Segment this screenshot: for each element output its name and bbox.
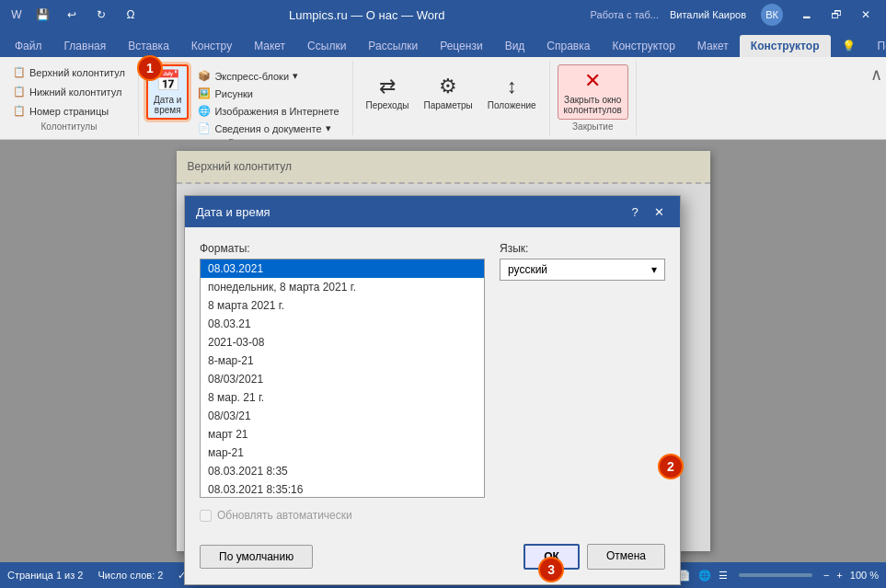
word-count: Число слов: 2 bbox=[98, 570, 163, 581]
insert-group-content: 📅 Дата и время 1 📦 Экспресс-блоки ▾ 🖼️ Р… bbox=[146, 64, 345, 136]
quick-parts-button[interactable]: 📦 Экспресс-блоки ▾ bbox=[192, 68, 344, 84]
tab-help2[interactable]: Помощь bbox=[867, 35, 887, 57]
close-group-content: ✕ Закрыть окно колонтитулов bbox=[558, 64, 628, 120]
pictures-button[interactable]: 🖼️ Рисунки bbox=[192, 86, 344, 101]
options-icon: ⚙ bbox=[439, 75, 457, 98]
formats-column: Форматы: 08.03.2021 понедельник, 8 марта… bbox=[200, 242, 485, 498]
lang-dropdown-icon: ▾ bbox=[651, 263, 657, 276]
step-3-circle: 3 bbox=[538, 557, 564, 582]
format-item-12[interactable]: 08.03.2021 8:35:16 bbox=[201, 480, 484, 498]
cancel-button[interactable]: Отмена bbox=[587, 544, 665, 570]
format-list[interactable]: 08.03.2021 понедельник, 8 марта 2021 г. … bbox=[200, 259, 485, 498]
format-item-11[interactable]: 08.03.2021 8:35 bbox=[201, 462, 484, 480]
ribbon-tabs: Файл Главная Вставка Констру Макет Ссылк… bbox=[0, 29, 886, 57]
view-mode-web[interactable]: 🌐 bbox=[698, 570, 711, 582]
status-right: 📄 🌐 ☰ − + 100 % bbox=[678, 570, 879, 582]
doc-info-icon: 📄 bbox=[198, 122, 211, 134]
undo-button[interactable]: ↩ bbox=[59, 2, 85, 28]
modal-overlay: Дата и время ? ✕ Форматы: 08.03.2021 пон… bbox=[0, 140, 886, 562]
headers-group-content: 📋 Верхний колонтитул 📋 Нижний колонтитул… bbox=[7, 64, 131, 120]
tab-design[interactable]: Констру bbox=[180, 35, 243, 57]
dropdown-arrow2-icon: ▾ bbox=[326, 122, 331, 134]
dialog-help-button[interactable]: ? bbox=[625, 202, 645, 222]
omega-button[interactable]: Ω bbox=[118, 2, 144, 28]
user-name: Виталий Каиров bbox=[670, 9, 746, 20]
dialog-close-button[interactable]: ✕ bbox=[649, 202, 669, 222]
maximize-button[interactable]: 🗗 bbox=[823, 2, 849, 28]
nav-group-content: ⇄ Переходы ⚙ Параметры ↕ Положение bbox=[361, 64, 542, 130]
minimize-button[interactable]: 🗕 bbox=[794, 2, 820, 28]
ribbon-group-close: ✕ Закрыть окно колонтитулов Закрытие bbox=[550, 61, 637, 135]
tab-table-design[interactable]: Конструктор bbox=[601, 35, 685, 57]
step-1-circle: 1 bbox=[137, 55, 163, 81]
footer-icon: 📋 bbox=[13, 86, 26, 98]
format-item-7[interactable]: 8 мар. 21 г. bbox=[201, 388, 484, 407]
format-item-4[interactable]: 2021-03-08 bbox=[201, 333, 484, 352]
format-item-1[interactable]: понедельник, 8 марта 2021 г. bbox=[201, 278, 484, 296]
save-button[interactable]: 💾 bbox=[29, 2, 55, 28]
tab-home[interactable]: Главная bbox=[53, 35, 118, 57]
goto-button[interactable]: ⇄ Переходы bbox=[361, 64, 415, 120]
view-mode-outline[interactable]: ☰ bbox=[719, 570, 728, 582]
ribbon-group-headers: 📋 Верхний колонтитул 📋 Нижний колонтитул… bbox=[0, 61, 139, 135]
ribbon-group-nav: ⇄ Переходы ⚙ Параметры ↕ Положение bbox=[353, 61, 550, 135]
ribbon-collapse-button[interactable]: ∧ bbox=[867, 61, 886, 135]
format-item-9[interactable]: март 21 bbox=[201, 425, 484, 444]
close-button[interactable]: ✕ bbox=[853, 2, 879, 28]
title-bar: W 💾 ↩ ↻ Ω Lumpics.ru — О нас — Word Рабо… bbox=[0, 0, 886, 29]
page-number-button[interactable]: 📋 Номер страницы bbox=[7, 103, 131, 119]
header-button[interactable]: 📋 Верхний колонтитул bbox=[7, 64, 131, 80]
tab-table-layout[interactable]: Макет bbox=[686, 35, 740, 57]
position-button[interactable]: ↕ Положение bbox=[482, 64, 542, 120]
tab-help[interactable]: Справка bbox=[535, 35, 601, 57]
date-time-dialog: Дата и время ? ✕ Форматы: 08.03.2021 пон… bbox=[184, 195, 681, 585]
options-button[interactable]: ⚙ Параметры bbox=[418, 64, 478, 120]
close-headers-button[interactable]: ✕ Закрыть окно колонтитулов bbox=[558, 64, 628, 120]
ribbon-group-insert: 📅 Дата и время 1 📦 Экспресс-блоки ▾ 🖼️ Р… bbox=[139, 61, 353, 135]
tab-lightbulb[interactable]: 💡 bbox=[831, 35, 867, 57]
redo-button[interactable]: ↻ bbox=[88, 2, 114, 28]
headers-group-label: Колонтитулы bbox=[41, 121, 98, 132]
zoom-level: 100 % bbox=[850, 570, 879, 581]
title-bar-left: W 💾 ↩ ↻ Ω bbox=[7, 2, 144, 28]
footer-button[interactable]: 📋 Нижний колонтитул bbox=[7, 84, 131, 99]
page-number-icon: 📋 bbox=[13, 105, 26, 117]
zoom-slider[interactable] bbox=[739, 573, 812, 577]
doc-info-button[interactable]: 📄 Сведения о документе ▾ bbox=[192, 121, 344, 136]
ribbon: 📋 Верхний колонтитул 📋 Нижний колонтитул… bbox=[0, 57, 886, 140]
format-item-10[interactable]: мар-21 bbox=[201, 444, 484, 462]
tab-file[interactable]: Файл bbox=[4, 35, 53, 57]
zoom-in-button[interactable]: + bbox=[836, 570, 842, 581]
word-icon: W bbox=[7, 6, 26, 24]
goto-icon: ⇄ bbox=[379, 75, 396, 98]
format-item-8[interactable]: 08/03/21 bbox=[201, 407, 484, 425]
formats-label: Форматы: bbox=[200, 242, 485, 255]
zoom-out-button[interactable]: − bbox=[823, 570, 829, 581]
format-item-5[interactable]: 8-мар-21 bbox=[201, 352, 484, 370]
format-item-0[interactable]: 08.03.2021 bbox=[201, 259, 484, 278]
tab-mailings[interactable]: Рассылки bbox=[357, 35, 429, 57]
avatar: ВК bbox=[761, 4, 783, 26]
tab-references[interactable]: Ссылки bbox=[296, 35, 357, 57]
tab-constructor[interactable]: Конструктор bbox=[740, 35, 831, 57]
tab-insert[interactable]: Вставка bbox=[117, 35, 180, 57]
format-item-3[interactable]: 08.03.21 bbox=[201, 315, 484, 333]
tab-layout[interactable]: Макет bbox=[243, 35, 296, 57]
dialog-body: Форматы: 08.03.2021 понедельник, 8 марта… bbox=[185, 227, 680, 536]
dialog-footer: По умолчанию ОК 3 Отмена bbox=[185, 536, 680, 584]
dialog-titlebar-buttons: ? ✕ bbox=[625, 202, 669, 222]
format-item-2[interactable]: 8 марта 2021 г. bbox=[201, 296, 484, 315]
auto-update-label: Обновлять автоматически bbox=[217, 509, 352, 522]
dialog-titlebar: Дата и время ? ✕ bbox=[185, 196, 680, 227]
format-item-6[interactable]: 08/03/2021 bbox=[201, 370, 484, 388]
auto-update-checkbox[interactable] bbox=[200, 510, 212, 522]
lang-select[interactable]: русский ▾ bbox=[500, 259, 665, 281]
header-icon: 📋 bbox=[13, 66, 26, 78]
step-2-circle: 2 bbox=[658, 454, 684, 479]
tab-review[interactable]: Рецензи bbox=[429, 35, 493, 57]
online-pictures-button[interactable]: 🌐 Изображения в Интернете bbox=[192, 103, 344, 119]
lang-value: русский bbox=[508, 263, 547, 276]
tab-view[interactable]: Вид bbox=[494, 35, 536, 57]
title-bar-right: Работа с таб... Виталий Каиров ВК 🗕 🗗 ✕ bbox=[591, 2, 879, 28]
default-button[interactable]: По умолчанию bbox=[200, 545, 313, 569]
